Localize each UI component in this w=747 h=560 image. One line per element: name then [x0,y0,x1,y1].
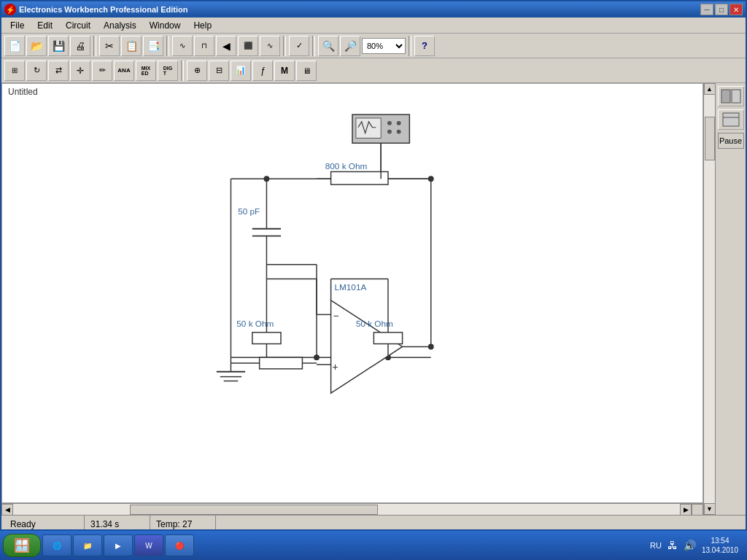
tray-lang: RU [650,541,662,550]
taskbar: 🪟 🌐 📁 ▶ W 🔴 RU 🖧 🔊 13:54 13.04.2010 [0,531,747,560]
svg-text:800 k Ohm: 800 k Ohm [325,161,368,171]
toolbar-separator-5 [409,36,411,56]
hscroll-track[interactable] [13,504,680,516]
vscroll-up-button[interactable]: ▲ [704,83,716,95]
svg-text:LM101A: LM101A [335,282,367,292]
svg-rect-40 [260,357,303,369]
title-bar-title: Electronics Workbench Professional Editi… [19,5,187,14]
svg-text:50 k Ohm: 50 k Ohm [356,319,393,328]
status-ready: Ready [4,516,85,531]
save-button[interactable]: 💾 [48,36,69,56]
title-bar: ⚡ Electronics Workbench Professional Edi… [1,1,746,18]
status-bar: Ready 31.34 s Temp: 27 [1,515,746,531]
svg-text:50 pF: 50 pF [238,206,260,216]
menu-edit[interactable]: Edit [31,19,58,32]
status-temp: Temp: 27 [150,516,216,531]
canvas-and-scroll: Untitled [1,83,703,515]
copy-button[interactable]: 📋 [121,36,142,56]
zoom-in-button[interactable]: 🔎 [340,36,360,56]
hscroll-left-button[interactable]: ◀ [1,504,13,516]
wave3-button[interactable]: ∿ [260,36,280,56]
new-button[interactable]: 📄 [4,36,25,56]
toolbar-separator-3 [283,36,286,56]
mixed-button[interactable]: MIXED [136,61,156,81]
svg-rect-50 [374,332,402,344]
circuit-svg: 50 pF [2,84,703,502]
rotate-tool[interactable]: ↻ [26,61,47,81]
menu-file[interactable]: File [4,19,30,32]
taskbar-ie[interactable]: 🌐 [42,534,71,556]
check-button[interactable]: ✓ [289,36,309,56]
waveform1-button[interactable]: ∿ [172,36,193,56]
tray-network-icon[interactable]: 🖧 [667,540,678,551]
maximize-button[interactable]: □ [715,4,728,15]
waveform2-button[interactable]: ⊓ [194,36,214,56]
pause-button[interactable]: Pause [718,133,744,149]
svg-text:−: − [333,311,339,322]
open-button[interactable]: 📂 [26,36,47,56]
svg-point-36 [428,176,434,182]
help-button[interactable]: ? [414,36,435,56]
taskbar-media[interactable]: ▶ [104,534,133,556]
taskbar-tray: RU 🖧 🔊 13:54 13.04.2010 [644,536,744,555]
content-area: File Edit Circuit Analysis Window Help 📄… [1,18,746,531]
cut-button[interactable]: ✂ [99,36,120,56]
func-button[interactable]: ƒ [252,61,273,81]
svg-point-19 [264,176,270,182]
device-view-button[interactable] [718,109,744,130]
svg-point-2 [387,121,392,125]
vscroll-down-button[interactable]: ▼ [704,503,716,515]
zoom-select[interactable]: 80% 100% 50% [362,38,406,54]
ana-button[interactable]: ANA [114,61,134,81]
vscroll-thumb[interactable] [705,117,715,160]
toolbar1: 📄 📂 💾 🖨 ✂ 📋 📑 ∿ ⊓ ◀ ⬛ ∿ ✓ 🔍 🔎 80% 100% 5… [1,34,746,58]
back-button[interactable]: ◀ [216,36,236,56]
vscroll-track[interactable] [704,95,716,503]
print-button[interactable]: 🖨 [70,36,90,56]
canvas-container[interactable]: Untitled [1,83,703,503]
toolbar-separator [93,36,96,56]
svg-rect-46 [252,332,281,344]
taskbar-word[interactable]: W [134,534,163,556]
taskbar-ewb[interactable]: 🔴 [165,534,194,556]
crosshair-tool[interactable]: ✛ [70,61,90,81]
taskbar-explorer[interactable]: 📁 [73,534,102,556]
clock-time: 13:54 [711,536,729,545]
add-button[interactable]: ⊕ [187,61,207,81]
zoom-out-button[interactable]: 🔍 [318,36,338,56]
hscroll-thumb[interactable] [130,505,378,515]
clock-area[interactable]: 13:54 13.04.2010 [702,536,738,555]
toolbar-separator-2 [166,36,169,56]
menu-bar: File Edit Circuit Analysis Window Help [1,18,746,34]
subtract-button[interactable]: ⊟ [209,61,229,81]
status-time: 31.34 s [85,516,150,531]
right-scrollbar: ▲ ▼ [703,83,715,515]
svg-rect-1 [356,118,381,138]
svg-rect-57 [732,90,740,103]
m-button[interactable]: M [274,61,295,81]
chart-button[interactable]: 📊 [231,61,251,81]
hscroll-right-button[interactable]: ▶ [680,504,692,516]
menu-help[interactable]: Help [187,19,217,32]
menu-circuit[interactable]: Circuit [60,19,96,32]
app-icon: ⚡ [4,4,16,15]
toolbar-separator-4 [312,36,315,56]
tray-speaker-icon[interactable]: 🔊 [684,540,696,551]
display-button[interactable]: 🖥 [296,61,317,81]
close-button[interactable]: ✕ [729,4,743,15]
paste-button[interactable]: 📑 [143,36,163,56]
minimize-button[interactable]: ─ [700,4,713,15]
start-button[interactable]: 🪟 [3,534,41,557]
svg-text:+: + [333,362,338,373]
svg-text:50 k Ohm: 50 k Ohm [236,319,274,328]
menu-analysis[interactable]: Analysis [98,19,142,32]
pointer-tool[interactable]: ⊞ [4,61,25,81]
digt-button[interactable]: DIGT [158,61,178,81]
pencil-tool[interactable]: ✏ [92,61,112,81]
toolbar2-sep [181,61,184,81]
clock-date: 13.04.2010 [702,545,738,555]
rect-button[interactable]: ⬛ [238,36,258,56]
device-list-button[interactable] [718,86,744,106]
flip-tool[interactable]: ⇄ [48,61,69,81]
menu-window[interactable]: Window [144,19,187,32]
